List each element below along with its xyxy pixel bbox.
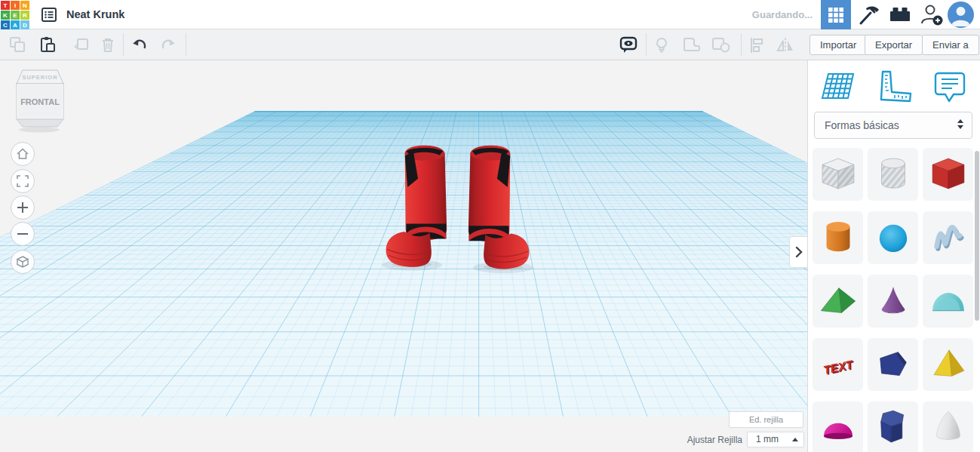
paste-icon xyxy=(38,35,57,54)
import-button[interactable]: Importar xyxy=(809,35,867,55)
panel-collapse-handle[interactable] xyxy=(789,236,807,268)
light-button[interactable] xyxy=(652,35,671,55)
view-cube[interactable]: SUPERIOR FRONTAL xyxy=(14,68,66,139)
shape-tile-semiesfera[interactable] xyxy=(813,401,863,452)
ruler-tool-button[interactable] xyxy=(873,66,915,109)
copy-icon xyxy=(8,35,26,54)
shape-tile-techo-redondeado[interactable] xyxy=(923,275,973,327)
text-shape-icon: TEXT TEXT xyxy=(816,342,861,387)
fit-view-button[interactable] xyxy=(11,169,35,193)
polygon-icon xyxy=(871,342,916,387)
shape-tile-prisma-hexagonal[interactable] xyxy=(868,401,918,452)
duplicate-button[interactable] xyxy=(71,35,91,55)
shape-tile-piramide[interactable] xyxy=(923,338,973,391)
send-to-button[interactable]: Enviar a xyxy=(922,35,979,55)
transparent-cylinder-icon xyxy=(871,152,916,197)
delete-button[interactable] xyxy=(98,35,118,55)
pyramid-icon xyxy=(926,342,971,387)
category-dropdown[interactable]: Formas básicas xyxy=(814,112,972,139)
align-icon xyxy=(747,35,766,55)
eye-bubble-icon xyxy=(619,35,638,55)
brick-export-button[interactable] xyxy=(887,2,913,27)
perspective-toggle-button[interactable] xyxy=(11,250,35,274)
shape-tile-paraboloide[interactable] xyxy=(923,401,973,452)
align-button[interactable] xyxy=(747,35,766,55)
plus-icon xyxy=(16,201,29,214)
ungroup-icon xyxy=(711,35,732,55)
shape-tile-poligono[interactable] xyxy=(868,338,918,391)
saving-status: Guardando... xyxy=(728,0,813,29)
perspective-cube-icon xyxy=(15,254,30,269)
zoom-out-button[interactable] xyxy=(11,222,35,246)
category-dropdown-value: Formas básicas xyxy=(825,112,899,138)
logo-tile: A xyxy=(11,20,20,29)
edit-grid-button[interactable]: Ed. rejilla xyxy=(729,411,803,428)
cylinder-icon xyxy=(816,215,861,260)
person-add-icon xyxy=(919,2,945,27)
tinkercad-app: T I N K E R C A D Neat Krunk Guardando..… xyxy=(0,0,980,452)
group-button[interactable] xyxy=(680,35,700,55)
shape-tile-caja-transparente[interactable] xyxy=(813,148,863,201)
sidebar-scrollbar[interactable] xyxy=(975,143,979,449)
logo-tile: T xyxy=(1,1,10,10)
shape-tile-techo[interactable] xyxy=(813,275,863,327)
hex-prism-icon xyxy=(871,405,916,450)
export-button[interactable]: Exportar xyxy=(865,35,923,55)
scrollbar-thumb[interactable] xyxy=(975,151,979,321)
logo-tile: C xyxy=(1,20,10,29)
roof-icon xyxy=(816,278,861,324)
fit-view-icon xyxy=(16,174,29,188)
toolbar-separator xyxy=(646,33,647,56)
trash-icon xyxy=(99,35,117,54)
minecraft-export-button[interactable] xyxy=(856,2,881,27)
dashboard-button[interactable] xyxy=(821,0,851,29)
undo-button[interactable] xyxy=(130,35,149,55)
show-all-button[interactable] xyxy=(619,35,638,55)
bulb-icon xyxy=(652,35,671,55)
shape-tile-cilindro-transparente[interactable] xyxy=(868,148,918,201)
zoom-in-button[interactable] xyxy=(11,195,35,220)
minus-icon xyxy=(16,227,29,241)
shape-tile-cono[interactable] xyxy=(868,275,918,327)
ruler-icon xyxy=(875,68,913,106)
pickaxe-icon xyxy=(856,2,880,26)
logo-tile: K xyxy=(1,11,10,20)
logo-tile: R xyxy=(20,11,29,20)
shape-tile-texto[interactable]: TEXT TEXT xyxy=(813,338,863,391)
hemisphere-icon xyxy=(816,405,861,450)
invite-button[interactable] xyxy=(919,2,945,27)
paraboloid-icon xyxy=(926,405,971,450)
mirror-button[interactable] xyxy=(776,35,795,55)
shape-tile-garabato[interactable] xyxy=(923,211,973,264)
copy-button[interactable] xyxy=(8,35,27,55)
viewcube-top-label[interactable]: SUPERIOR xyxy=(22,74,57,81)
workplane-tool-button[interactable] xyxy=(817,66,859,109)
grid-icon xyxy=(828,7,844,23)
shape-tile-esfera[interactable] xyxy=(868,211,918,264)
logo-tile: I xyxy=(11,1,20,10)
shape-grid: TEXT TEXT xyxy=(813,148,973,452)
shape-tile-cilindro[interactable] xyxy=(813,211,863,264)
paste-button[interactable] xyxy=(38,35,57,55)
ungroup-button[interactable] xyxy=(711,35,730,55)
tinkercad-logo[interactable]: T I N K E R C A D xyxy=(0,0,30,29)
brick-icon xyxy=(888,2,912,26)
viewport[interactable]: SUPERIOR FRONTAL xyxy=(0,60,807,452)
list-icon xyxy=(40,5,58,23)
notes-tool-button[interactable] xyxy=(929,66,971,109)
shapes-panel: Formas básicas xyxy=(807,60,980,452)
toolbar-separator xyxy=(741,33,742,56)
redo-button[interactable] xyxy=(158,35,178,55)
avatar[interactable] xyxy=(948,2,974,28)
home-view-button[interactable] xyxy=(11,142,35,166)
cone-icon xyxy=(871,278,916,324)
design-title: Neat Krunk xyxy=(66,0,124,29)
shape-tile-caja[interactable] xyxy=(923,148,973,201)
sphere-icon xyxy=(871,215,916,260)
design-properties-button[interactable] xyxy=(39,5,59,25)
mirror-icon xyxy=(776,35,795,55)
viewcube-front-label[interactable]: FRONTAL xyxy=(20,97,60,106)
action-toolbar: Importar Exportar Enviar a xyxy=(0,29,980,60)
workplane-icon xyxy=(819,68,857,106)
snap-grid-select[interactable]: 1 mm xyxy=(747,432,804,447)
